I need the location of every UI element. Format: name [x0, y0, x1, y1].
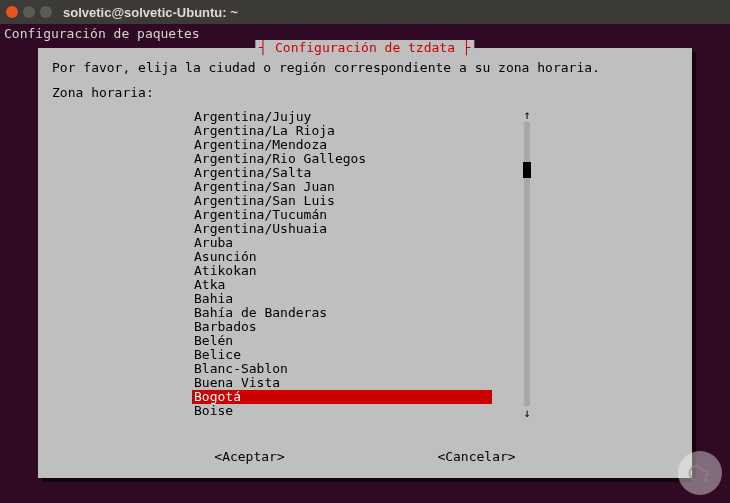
- cancel-button[interactable]: <Cancelar>: [437, 449, 515, 464]
- list-item[interactable]: Argentina/Ushuaia: [192, 222, 492, 236]
- terminal-area: Configuración de paquetes ┤ Configuració…: [0, 24, 730, 503]
- window-titlebar: solvetic@solvetic-Ubuntu: ~: [0, 0, 730, 24]
- list-item[interactable]: Argentina/Tucumán: [192, 208, 492, 222]
- list-item[interactable]: Barbados: [192, 320, 492, 334]
- scroll-down-icon[interactable]: ↓: [523, 408, 530, 418]
- window-title: solvetic@solvetic-Ubuntu: ~: [63, 5, 238, 20]
- scroll-thumb[interactable]: [523, 162, 531, 178]
- scroll-track[interactable]: [524, 122, 530, 406]
- list-item[interactable]: Argentina/La Rioja: [192, 124, 492, 138]
- timezone-list-area: Argentina/JujuyArgentina/La RiojaArgenti…: [192, 110, 532, 418]
- list-item[interactable]: Atka: [192, 278, 492, 292]
- list-item[interactable]: Argentina/Mendoza: [192, 138, 492, 152]
- watermark-icon: [678, 451, 722, 495]
- list-item[interactable]: Belice: [192, 348, 492, 362]
- list-item[interactable]: Argentina/Rio Gallegos: [192, 152, 492, 166]
- timezone-prompt: Zona horaria:: [52, 85, 678, 100]
- list-item[interactable]: Bogotá: [192, 390, 492, 404]
- minimize-icon[interactable]: [23, 6, 35, 18]
- dialog-instruction: Por favor, elija la ciudad o región corr…: [52, 60, 678, 75]
- list-item[interactable]: Aruba: [192, 236, 492, 250]
- timezone-list[interactable]: Argentina/JujuyArgentina/La RiojaArgenti…: [192, 110, 492, 418]
- dialog-button-row: <Aceptar> <Cancelar>: [38, 449, 692, 464]
- list-item[interactable]: Boise: [192, 404, 492, 418]
- svg-point-0: [704, 479, 707, 482]
- scrollbar[interactable]: ↑ ↓: [522, 110, 532, 418]
- list-item[interactable]: Atikokan: [192, 264, 492, 278]
- list-item[interactable]: Argentina/San Juan: [192, 180, 492, 194]
- accept-button[interactable]: <Aceptar>: [214, 449, 284, 464]
- close-icon[interactable]: [6, 6, 18, 18]
- scroll-up-icon[interactable]: ↑: [523, 110, 530, 120]
- maximize-icon[interactable]: [40, 6, 52, 18]
- tzdata-dialog: ┤ Configuración de tzdata ├ Por favor, e…: [38, 48, 692, 478]
- list-item[interactable]: Argentina/Jujuy: [192, 110, 492, 124]
- list-item[interactable]: Asunción: [192, 250, 492, 264]
- list-item[interactable]: Bahía de Banderas: [192, 306, 492, 320]
- list-item[interactable]: Blanc-Sablon: [192, 362, 492, 376]
- list-item[interactable]: Bahia: [192, 292, 492, 306]
- list-item[interactable]: Argentina/San Luis: [192, 194, 492, 208]
- list-item[interactable]: Belén: [192, 334, 492, 348]
- list-item[interactable]: Argentina/Salta: [192, 166, 492, 180]
- list-item[interactable]: Buena Vista: [192, 376, 492, 390]
